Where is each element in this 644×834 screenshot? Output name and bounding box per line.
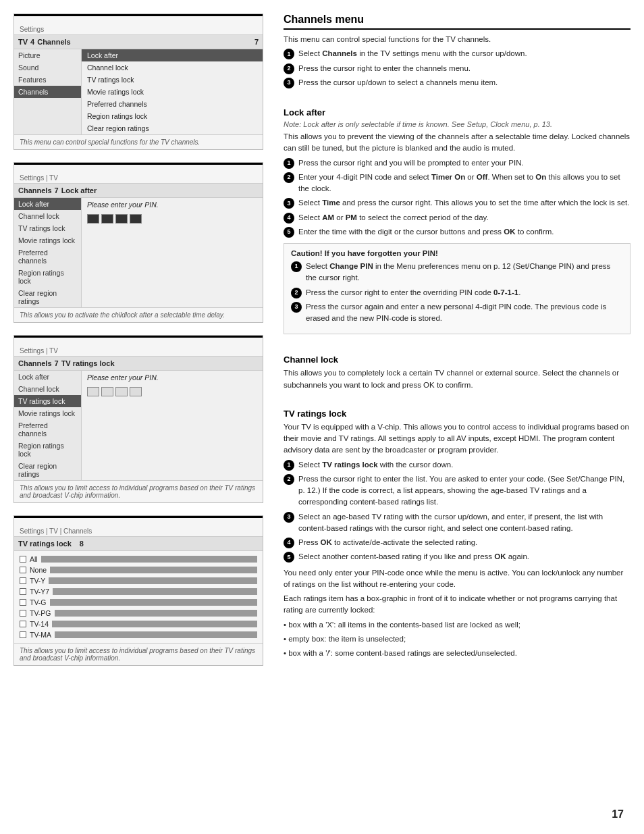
menu3-clear-region[interactable]: Clear region ratings [14, 460, 81, 480]
menu2-movie-ratings[interactable]: Movie ratings lock [14, 234, 81, 246]
tv-step-num-3: 3 [284, 512, 294, 523]
header-left-2: Channels [18, 186, 52, 194]
lock-step-2-text: Enter your 4-digit PIN code and select T… [298, 172, 630, 195]
bar-tvy [49, 577, 257, 584]
menu-box-4: Settings | TV | Channels TV ratings lock… [14, 515, 263, 666]
tv-ratings-bullet2: • empty box: the item is unselected; [284, 633, 630, 645]
pin-box-3-3 [115, 387, 128, 396]
channel-lock-title: Channel lock [284, 355, 630, 365]
header-num-3: 7 [55, 359, 59, 367]
page-number: 17 [612, 808, 624, 820]
channels-menu-title: Channels menu [284, 14, 630, 30]
menu-left-3: Lock after Channel lock TV ratings lock … [14, 371, 82, 480]
menu3-region-ratings[interactable]: Region ratings lock [14, 440, 81, 460]
menu-item-picture[interactable]: Picture [14, 49, 81, 61]
menu-content-3: Lock after Channel lock TV ratings lock … [14, 371, 263, 480]
bar-tvg [50, 599, 257, 606]
header-num-4: 8 [80, 540, 84, 548]
menu3-preferred[interactable]: Preferred channels [14, 419, 81, 440]
lock-step-num-2: 2 [284, 172, 294, 183]
lock-step-1-text: Press the cursor right and you will be p… [298, 157, 524, 169]
rating-tvpg[interactable]: TV-PG [20, 608, 257, 619]
bar-tv14 [52, 621, 257, 627]
checkbox-tvma[interactable] [20, 631, 26, 638]
right-item-movie-ratings[interactable]: Movie ratings lock [82, 86, 263, 98]
tv-step-1: 1 Select TV ratings lock with the cursor… [284, 459, 630, 471]
rating-tvg[interactable]: TV-G [20, 597, 257, 608]
rating-all[interactable]: All [20, 554, 257, 565]
menu2-preferred[interactable]: Preferred channels [14, 246, 81, 267]
menu2-clear-region[interactable]: Clear region ratings [14, 287, 81, 307]
right-item-tv-ratings[interactable]: TV ratings lock [82, 74, 263, 86]
tv-step-5: 5 Select another content-based rating if… [284, 551, 630, 563]
pin-box-3 [115, 214, 128, 224]
header-left-3: Channels [18, 359, 52, 367]
tv-step-2: 2 Press the cursor right to enter the li… [284, 473, 630, 509]
breadcrumb-3: Settings | TV [14, 344, 263, 357]
caution-step-num-3: 3 [291, 302, 302, 313]
pin-box-3-2 [101, 387, 113, 396]
tv-step-num-5: 5 [284, 552, 294, 563]
lock-after-title: Lock after [284, 107, 630, 118]
menu3-movie-ratings[interactable]: Movie ratings lock [14, 407, 81, 419]
rating-tvy[interactable]: TV-Y [20, 575, 257, 586]
pin-box-2 [101, 214, 113, 224]
pin-box-3-4 [130, 387, 142, 396]
menu-right-2: Please enter your PIN. [82, 198, 263, 307]
checkbox-tv14[interactable] [20, 621, 26, 627]
right-item-clear-region[interactable]: Clear region ratings [82, 122, 263, 134]
menu-item-sound[interactable]: Sound [14, 61, 81, 74]
rating-none[interactable]: None [20, 565, 257, 575]
menu-item-features[interactable]: Features [14, 74, 81, 86]
tv-step-5-text: Select another content-based rating if y… [298, 551, 529, 563]
rating-tv14[interactable]: TV-14 [20, 619, 257, 629]
channels-step-1: 1 Select Channels in the TV settings men… [284, 48, 630, 59]
caution-box: Caution! If you have forgotten your PIN!… [284, 243, 630, 334]
menu3-channel-lock[interactable]: Channel lock [14, 383, 81, 395]
checkbox-tvpg[interactable] [20, 610, 26, 617]
rating-tvma[interactable]: TV-MA [20, 629, 257, 640]
tv-step-4: 4 Press OK to activate/de-activate the s… [284, 537, 630, 548]
menu2-lock-after[interactable]: Lock after [14, 198, 81, 210]
caution-step-2-text: Press the cursor right to enter the over… [306, 287, 520, 298]
menu2-channel-lock[interactable]: Channel lock [14, 210, 81, 222]
channel-lock-section: Channel lock This allows you to complete… [284, 350, 630, 394]
tv-step-3: 3 Select an age-based TV rating with the… [284, 511, 630, 535]
rating-tvy7[interactable]: TV-Y7 [20, 586, 257, 597]
menu2-tv-ratings[interactable]: TV ratings lock [14, 222, 81, 234]
pin-boxes-3 [82, 384, 263, 399]
menu-left-1: Picture Sound Features Channels [14, 49, 82, 134]
menu-item-channels[interactable]: Channels [14, 86, 81, 98]
right-item-channel-lock[interactable]: Channel lock [82, 61, 263, 74]
caution-step-2: 2 Press the cursor right to enter the ov… [291, 287, 623, 298]
checkbox-all[interactable] [20, 556, 26, 563]
channels-menu-section: Channels menu This menu can control spec… [284, 14, 630, 93]
tv-ratings-footer2: Each ratings item has a box-graphic in f… [284, 593, 630, 617]
menu2-region-ratings[interactable]: Region ratings lock [14, 267, 81, 287]
checkbox-none[interactable] [20, 567, 26, 573]
right-item-region-ratings[interactable]: Region ratings lock [82, 110, 263, 122]
checkbox-tvy[interactable] [20, 577, 26, 584]
caption-4: This allows you to limit access to indiv… [14, 643, 263, 665]
menu3-lock-after[interactable]: Lock after [14, 371, 81, 383]
pin-box-1 [87, 214, 99, 224]
pin-box-4 [130, 214, 142, 224]
lock-step-5: 5 Enter the time with the digit or the c… [284, 226, 630, 238]
header-right-2: Lock after [61, 186, 97, 194]
right-item-preferred[interactable]: Preferred channels [82, 98, 263, 110]
checkbox-tvy7[interactable] [20, 588, 26, 595]
lock-step-num-5: 5 [284, 227, 294, 238]
checkbox-tvg[interactable] [20, 599, 26, 606]
tv-step-2-text: Press the cursor right to enter the list… [298, 473, 630, 509]
right-item-lock-after[interactable]: Lock after [82, 49, 263, 61]
menu-box-3: Settings | TV Channels 7 TV ratings lock… [14, 335, 263, 503]
breadcrumb-4: Settings | TV | Channels [14, 525, 263, 537]
tv-step-1-text: Select TV ratings lock with the cursor d… [298, 459, 453, 471]
lock-after-note: Note: Lock after is only selectable if t… [284, 120, 630, 128]
lock-step-num-4: 4 [284, 213, 294, 224]
channels-step-1-text: Select Channels in the TV settings menu … [298, 48, 527, 59]
tv-step-num-2: 2 [284, 474, 294, 485]
caption-2: This allows you to activate the childloc… [14, 307, 263, 322]
bar-all [41, 556, 257, 563]
menu3-tv-ratings[interactable]: TV ratings lock [14, 395, 81, 407]
